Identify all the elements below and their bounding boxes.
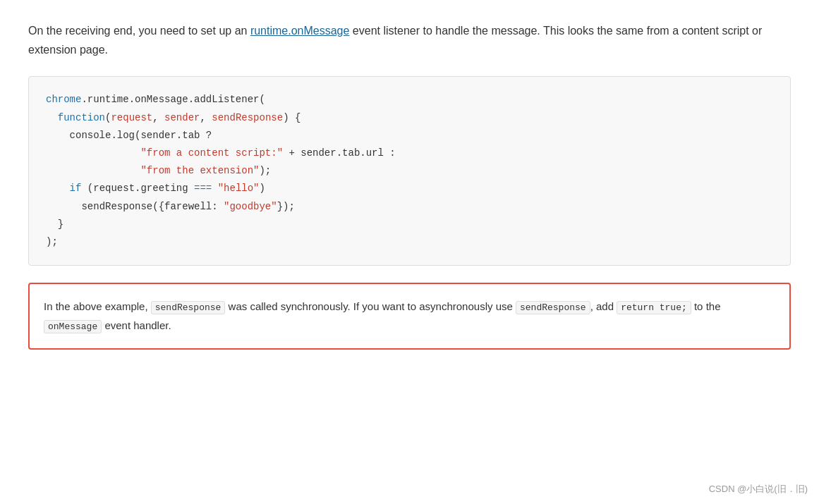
runtime-onmessage-link[interactable]: runtime.onMessage — [250, 25, 350, 37]
code-line-8: } — [46, 216, 773, 233]
notice-code4: onMessage — [44, 320, 102, 333]
intro-text-before-link: On the receiving end, you need to set up… — [28, 25, 250, 37]
notice-text3: , add — [590, 300, 617, 312]
intro-paragraph: On the receiving end, you need to set up… — [28, 21, 791, 59]
code-line-5: "from the extension"); — [46, 162, 773, 180]
notice-code2: sendResponse — [516, 301, 590, 314]
code-line-3: console.log(sender.tab ? — [46, 127, 773, 145]
code-line-7: sendResponse({farewell: "goodbye"}); — [46, 198, 773, 216]
code-block: chrome.runtime.onMessage.addListener( fu… — [28, 76, 791, 266]
code-line-6: if (request.greeting === "hello") — [46, 180, 773, 197]
code-line-4: "from a content script:" + sender.tab.ur… — [46, 145, 773, 162]
notice-text1: In the above example, — [44, 300, 151, 312]
notice-text5: event handler. — [102, 319, 171, 331]
notice-code1: sendResponse — [151, 301, 226, 314]
notice-box: In the above example, sendResponse was c… — [28, 283, 791, 350]
notice-text4: to the — [691, 300, 721, 312]
notice-text2: was called synchronously. If you want to… — [225, 300, 516, 312]
code-line-2: function(request, sender, sendResponse) … — [46, 109, 773, 127]
code-line-9: ); — [46, 233, 773, 251]
notice-code3: return true; — [617, 301, 691, 314]
code-line-1: chrome.runtime.onMessage.addListener( — [46, 91, 773, 109]
